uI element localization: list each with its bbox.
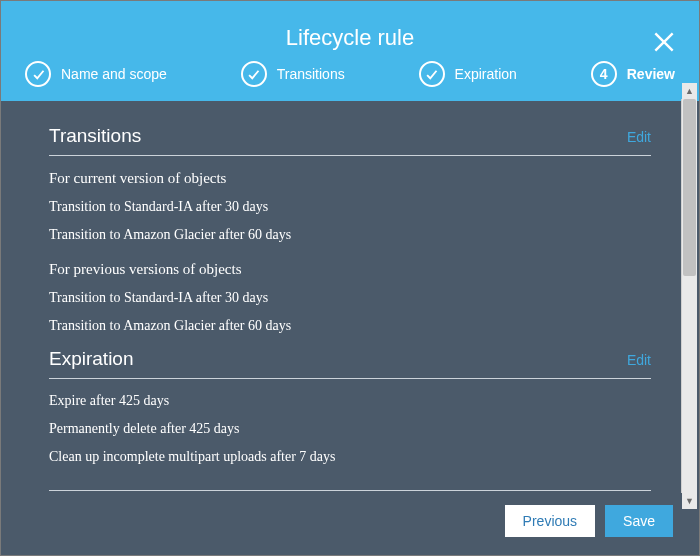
modal-header: Lifecycle rule Name and scope Transition… [1,1,699,101]
step-number-icon: 4 [591,61,617,87]
section-title-transitions: Transitions [49,125,141,147]
lifecycle-rule-modal: UnixArena.com Lifecycle rule Name and sc… [0,0,700,556]
save-button[interactable]: Save [605,505,673,537]
edit-expiration-link[interactable]: Edit [627,352,651,368]
current-version-heading: For current version of objects [49,170,651,187]
expiration-block: Expire after 425 days Permanently delete… [49,393,651,465]
step-label: Review [627,66,675,82]
step-label: Name and scope [61,66,167,82]
wizard-steps: Name and scope Transitions Expiration 4 … [21,61,679,89]
expiration-rule-line: Expire after 425 days [49,393,651,409]
check-icon [419,61,445,87]
scrollbar-thumb[interactable] [683,99,696,276]
scrollbar[interactable]: ▲ ▼ [681,99,697,493]
step-transitions[interactable]: Transitions [241,61,345,87]
step-name-and-scope[interactable]: Name and scope [25,61,167,87]
transition-rule-line: Transition to Amazon Glacier after 60 da… [49,318,651,334]
modal-footer: Previous Save [1,491,699,555]
expiration-rule-line: Permanently delete after 425 days [49,421,651,437]
scroll-down-arrow-icon[interactable]: ▼ [682,493,697,509]
transition-rule-line: Transition to Amazon Glacier after 60 da… [49,227,651,243]
close-button[interactable] [651,29,677,55]
section-title-expiration: Expiration [49,348,134,370]
edit-transitions-link[interactable]: Edit [627,129,651,145]
previous-version-heading: For previous versions of objects [49,261,651,278]
step-label: Expiration [455,66,517,82]
transition-rule-line: Transition to Standard-IA after 30 days [49,290,651,306]
transition-rule-line: Transition to Standard-IA after 30 days [49,199,651,215]
scroll-up-arrow-icon[interactable]: ▲ [682,83,697,99]
expiration-section-header: Expiration Edit [49,348,651,379]
modal-title: Lifecycle rule [21,25,679,51]
transitions-previous-block: For previous versions of objects Transit… [49,261,651,334]
check-icon [241,61,267,87]
transitions-section-header: Transitions Edit [49,125,651,156]
close-icon [651,29,677,55]
modal-body: Transitions Edit For current version of … [1,101,699,486]
check-icon [25,61,51,87]
step-label: Transitions [277,66,345,82]
transitions-current-block: For current version of objects Transitio… [49,170,651,243]
previous-button[interactable]: Previous [505,505,595,537]
step-review[interactable]: 4 Review [591,61,675,87]
step-expiration[interactable]: Expiration [419,61,517,87]
expiration-rule-line: Clean up incomplete multipart uploads af… [49,449,651,465]
